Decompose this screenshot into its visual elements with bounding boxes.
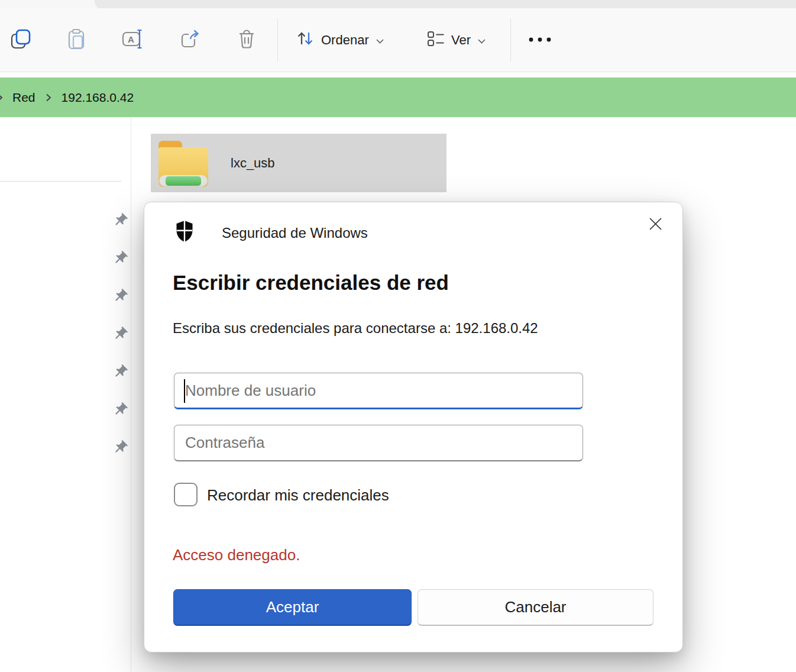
pushpin-icon[interactable]	[111, 325, 129, 343]
security-shield-icon	[174, 219, 195, 245]
see-more-button[interactable]	[525, 25, 555, 56]
close-icon	[649, 217, 662, 233]
share-button[interactable]	[175, 25, 205, 56]
paste-button[interactable]	[62, 25, 91, 56]
sort-label: Ordenar	[321, 33, 369, 48]
dialog-title: Seguridad de Windows	[222, 225, 368, 241]
copy-button[interactable]	[6, 25, 35, 56]
accept-button-label: Aceptar	[266, 598, 319, 616]
chevron-right-icon	[0, 93, 3, 102]
pushpin-icon[interactable]	[111, 211, 129, 229]
trash-icon	[236, 28, 257, 52]
access-denied-error: Acceso denegado.	[173, 546, 300, 564]
address-bar: Red 192.168.0.42	[0, 77, 796, 117]
pushpin-icon[interactable]	[111, 363, 129, 380]
sort-dropdown[interactable]: Ordenar	[296, 25, 384, 56]
rename-icon: A	[121, 28, 145, 52]
cancel-button[interactable]: Cancelar	[418, 589, 653, 626]
pushpin-icon[interactable]	[111, 438, 129, 456]
view-label: Ver	[451, 33, 471, 48]
close-button[interactable]	[643, 213, 667, 237]
text-caret	[184, 379, 185, 403]
sidebar-divider	[0, 181, 121, 182]
view-icon	[427, 30, 445, 50]
file-name: lxc_usb	[231, 156, 275, 171]
navigation-pane	[0, 118, 131, 672]
cancel-button-label: Cancelar	[504, 598, 566, 616]
username-input[interactable]	[174, 373, 583, 409]
chevron-down-icon	[376, 33, 384, 48]
see-more-icon	[527, 35, 553, 46]
windows-security-dialog: Seguridad de Windows Escribir credencial…	[144, 202, 683, 652]
password-input[interactable]	[174, 425, 583, 461]
explorer-toolbar: A	[0, 8, 796, 72]
toolbar-separator	[510, 19, 511, 62]
accept-button[interactable]: Aceptar	[173, 589, 412, 626]
chevron-down-icon	[477, 33, 486, 48]
paste-icon	[66, 28, 87, 52]
breadcrumb-item-host[interactable]: 192.168.0.42	[60, 88, 135, 107]
breadcrumb-item-red[interactable]: Red	[11, 88, 37, 107]
folder-usb-icon	[158, 140, 208, 187]
username-field-wrap	[174, 373, 583, 409]
pushpin-icon[interactable]	[111, 400, 129, 418]
dialog-heading: Escribir credenciales de red	[173, 271, 449, 295]
svg-text:A: A	[128, 34, 134, 44]
sort-icon	[296, 29, 315, 51]
delete-button[interactable]	[232, 25, 261, 56]
copy-icon	[10, 28, 31, 52]
file-row-lxc-usb[interactable]: lxc_usb	[151, 134, 446, 192]
password-field-wrap	[174, 425, 583, 461]
rename-button[interactable]: A	[118, 25, 148, 56]
chevron-right-icon	[46, 93, 51, 102]
pushpin-icon[interactable]	[111, 249, 129, 267]
remember-credentials-label: Recordar mis credenciales	[207, 486, 389, 505]
pushpin-icon[interactable]	[111, 287, 129, 305]
toolbar-separator	[277, 19, 278, 62]
dialog-description: Escriba sus credenciales para conectarse…	[173, 320, 538, 337]
share-icon	[179, 28, 200, 52]
remember-credentials-checkbox[interactable]	[174, 483, 198, 506]
view-dropdown[interactable]: Ver	[427, 25, 486, 56]
